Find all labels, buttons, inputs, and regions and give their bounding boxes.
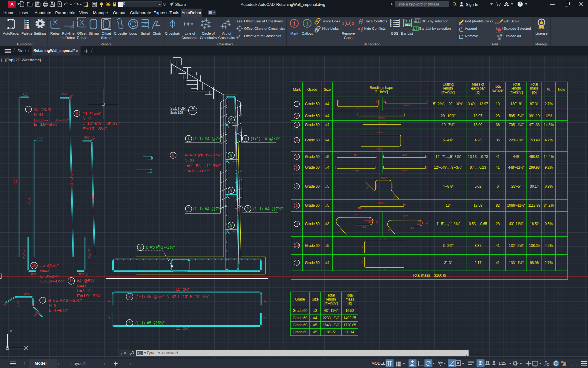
svg-text:2233’–2¼″: 2233’–2¼″ [323,316,340,320]
svg-text:L=12’–6⅞″,...,9’–3⅞″: L=12’–6⅞″,...,9’–3⅞″ [82,121,121,126]
svg-text:Cutting: Cutting [443,82,454,86]
svg-text:1’–3¾″: 1’–3¾″ [20,292,30,296]
svg-text:20’–10⅞″: 20’–10⅞″ [441,114,456,118]
svg-text:Total: Total [346,293,353,297]
svg-text:8⅝″: 8⅝″ [79,272,85,276]
svg-text:448’–11⅛″: 448’–11⅛″ [508,165,525,170]
svg-text:L=4’–8⅞″: L=4’–8⅞″ [49,308,68,312]
svg-text:4 #3 @3’–3⅜″: 4 #3 @3’–3⅜″ [184,153,222,157]
svg-text:8⅛: 8⅛ [356,113,358,116]
svg-text:3.37: 3.37 [474,243,481,248]
svg-text:#4: #4 [325,261,329,265]
svg-text:3⅛: 3⅛ [426,221,428,224]
svg-text:3’–3″: 3’–3″ [444,261,452,265]
svg-text:N=41: N=41 [82,116,92,121]
svg-text:[lb]: [lb] [348,301,352,305]
svg-text:130’–8″: 130’–8″ [510,102,522,106]
svg-text:Grade 60: Grade 60 [305,138,320,142]
svg-text:16.52: 16.52 [345,309,354,313]
svg-text:132’–2⅝″: 132’–2⅝″ [509,243,524,248]
svg-text:10¾: 10¾ [375,184,378,188]
svg-text:12’–7″,...,9’–3⅞″: 12’–7″,...,9’–3⅞″ [435,155,461,159]
svg-text:8⅛: 8⅛ [375,155,377,158]
svg-text:1: 1 [244,136,247,141]
svg-text:8⅛: 8⅛ [404,113,405,116]
svg-text:10¼″: 10¼″ [32,300,36,307]
svg-text:8⅛: 8⅛ [337,100,339,103]
svg-text:7: 7 [296,185,298,188]
svg-text:Size: Size [312,297,319,301]
svg-text:Grade 60: Grade 60 [305,261,320,265]
svg-text:1: 1 [306,20,309,27]
svg-text:11: 11 [295,261,299,265]
svg-text:1: 1 [187,136,190,141]
svg-text:8⅛: 8⅛ [426,100,428,103]
svg-text:SECTION: SECTION [170,106,186,111]
svg-text:4’: 4’ [357,108,359,110]
svg-text:9: 9 [230,153,232,158]
svg-text:4’–8⅞″: 4’–8⅞″ [443,184,454,189]
svg-text:1720.85: 1720.85 [343,323,356,327]
svg-text:8’–9″: 8’–9″ [28,197,32,205]
svg-text:[ft’–in⅛″]: [ft’–in⅛″] [510,90,523,94]
svg-text:[ft’–in⅛″]: [ft’–in⅛″] [324,301,337,305]
svg-text:8¼″: 8¼″ [23,93,28,97]
svg-text:19’–7⅛″: 19’–7⅛″ [378,122,386,124]
svg-text:4⅛″: 4⅛″ [363,226,366,228]
svg-text:41: 41 [496,155,500,159]
svg-text:Grade 60: Grade 60 [305,184,320,189]
svg-text:A: A [192,106,194,110]
svg-text:2’–9¾″: 2’–9¾″ [377,131,383,133]
svg-text:87.31: 87.31 [530,102,539,106]
svg-text:Mass of: Mass of [472,82,484,86]
svg-text:2’–7¾″: 2’–7¾″ [22,249,26,259]
svg-text:length: length [443,86,453,90]
svg-text:449’: 449’ [513,155,520,159]
svg-text:13.97: 13.97 [473,114,482,118]
svg-text:28: 28 [496,222,500,226]
svg-text:CSV: CSV [405,23,411,26]
svg-text:#5: #5 [325,184,329,189]
svg-text:12’: 12’ [354,154,357,156]
svg-text:#5: #5 [325,203,329,208]
svg-text:Scale 1:25: Scale 1:25 [170,111,183,114]
svg-text:Grade 60: Grade 60 [293,316,307,320]
svg-text:10: 10 [496,102,500,106]
svg-text:11’–2½″: 11’–2½″ [176,327,189,330]
svg-text:7: 7 [42,298,44,302]
svg-text:4.7%: 4.7% [545,138,553,142]
svg-text:9: 9 [230,188,232,193]
svg-text:1066’–11⅜″: 1066’–11⅜″ [507,203,526,208]
svg-text:1:25: 1:25 [499,361,506,366]
svg-text:%: % [547,87,550,92]
svg-text:Size: Size [324,87,331,92]
svg-text:468.81: 468.81 [529,155,540,159]
svg-text:2.7%: 2.7% [545,261,553,265]
svg-text:12%: 12% [545,114,552,118]
svg-text:7: 7 [139,245,141,250]
svg-text:180°: 180° [367,221,371,223]
svg-text:41: 41 [496,261,500,265]
svg-text:#4 @5⅞″: #4 @5⅞″ [82,111,101,116]
svg-text:705’–4¼″: 705’–4¼″ [509,123,524,127]
svg-text:8⅛: 8⅛ [383,100,385,103]
svg-text:11’–2½″: 11’–2½″ [378,202,386,204]
svg-text:6: 6 [296,166,298,169]
svg-text:[lb]: [lb] [532,90,537,94]
svg-text:(1+1) #4 @7⅞″: (1+1) #4 @7⅞″ [193,206,223,211]
svg-text:82: 82 [496,203,500,208]
svg-text:12’: 12’ [13,179,17,183]
svg-text:Grade 60: Grade 60 [305,155,320,159]
svg-text:Grade 60: Grade 60 [293,323,307,327]
svg-text:8⅝″: 8⅝″ [84,136,90,139]
svg-text:391.19: 391.19 [529,114,540,118]
svg-text:180°: 180° [417,223,421,225]
svg-text:9: 9 [172,153,174,158]
svg-text:#5: #5 [313,330,317,334]
svg-text:585’–5⅛″: 585’–5⅛″ [509,114,524,118]
svg-text:#4 @5⅞″: #4 @5⅞″ [77,278,96,283]
svg-text:138.05: 138.05 [529,243,540,248]
svg-text:1113.99: 1113.99 [528,203,541,208]
svg-text:3: 3 [296,123,298,127]
svg-text:Grade 60: Grade 60 [305,243,320,248]
